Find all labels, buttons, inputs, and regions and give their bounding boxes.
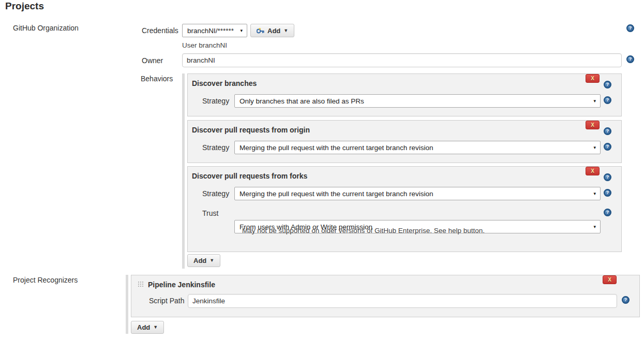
delete-recognizer-button[interactable]: X <box>603 275 617 284</box>
behaviors-repeatable-bar <box>182 73 185 269</box>
strategy-label: Strategy <box>202 189 229 198</box>
chevron-down-icon: ▾ <box>593 99 596 104</box>
credentials-select[interactable]: branchNI/****** ▾ <box>182 24 247 37</box>
behavior-block-discover-pr-forks: Discover pull requests from forks X ? St… <box>187 166 622 252</box>
strategy-help-icon[interactable]: ? <box>604 96 611 104</box>
section-label-github-organization: GitHub Organization <box>13 24 79 32</box>
behaviors-add-label: Add <box>193 257 206 264</box>
recognizer-block-pipeline-jenkinsfile: Pipeline Jenkinsfile X Script Path ? <box>131 275 640 317</box>
key-icon <box>257 28 264 34</box>
page-title: Projects <box>5 1 44 12</box>
credentials-select-value: branchNI/****** <box>187 27 234 35</box>
credentials-description: User branchNI <box>182 41 227 49</box>
chevron-down-icon: ▼ <box>209 258 214 263</box>
credentials-help-icon[interactable]: ? <box>626 24 634 32</box>
strategy-select[interactable]: Merging the pull request with the curren… <box>234 187 601 200</box>
recognizers-repeatable-bar <box>126 275 128 334</box>
drag-handle-icon[interactable] <box>138 281 144 288</box>
owner-input[interactable] <box>182 53 622 67</box>
chevron-down-icon: ▼ <box>153 325 158 330</box>
delete-behavior-button[interactable]: X <box>586 121 600 129</box>
script-path-label: Script Path <box>149 297 184 305</box>
strategy-select[interactable]: Merging the pull request with the curren… <box>234 141 601 154</box>
owner-label: Owner <box>142 56 163 65</box>
trust-note: May not be supported on older versions o… <box>242 227 485 234</box>
behaviors-label: Behaviors <box>141 75 173 83</box>
strategy-select-value: Only branches that are also filed as PRs <box>239 97 364 105</box>
behavior-help-icon[interactable]: ? <box>604 127 611 135</box>
delete-behavior-button[interactable]: X <box>586 74 600 83</box>
strategy-label: Strategy <box>202 143 229 152</box>
strategy-select-value: Merging the pull request with the curren… <box>239 190 433 198</box>
strategy-select-value: Merging the pull request with the curren… <box>239 144 433 152</box>
recognizers-add-label: Add <box>137 323 150 331</box>
chevron-down-icon: ▾ <box>240 28 243 33</box>
strategy-label: Strategy <box>202 97 229 105</box>
recognizer-block-title: Pipeline Jenkinsfile <box>148 281 215 289</box>
behavior-block-discover-pr-origin: Discover pull requests from origin X ? S… <box>187 120 622 163</box>
credentials-label: Credentials <box>142 26 178 35</box>
trust-help-icon[interactable]: ? <box>604 209 611 216</box>
chevron-down-icon: ▾ <box>593 191 596 196</box>
strategy-help-icon[interactable]: ? <box>604 143 611 151</box>
behavior-block-discover-branches: Discover branches X ? Strategy Only bran… <box>187 73 622 116</box>
delete-behavior-button[interactable]: X <box>586 167 600 175</box>
behaviors-add-button[interactable]: Add ▼ <box>187 254 220 267</box>
behavior-block-title: Discover branches <box>192 79 257 87</box>
credentials-add-label: Add <box>267 27 280 35</box>
behavior-help-icon[interactable]: ? <box>604 173 611 181</box>
section-label-project-recognizers: Project Recognizers <box>13 276 78 284</box>
script-path-help-icon[interactable]: ? <box>622 296 630 304</box>
behavior-block-title: Discover pull requests from origin <box>192 126 310 134</box>
owner-help-icon[interactable]: ? <box>626 55 634 63</box>
strategy-select[interactable]: Only branches that are also filed as PRs… <box>234 94 601 108</box>
chevron-down-icon: ▾ <box>593 145 596 150</box>
trust-label: Trust <box>202 209 218 217</box>
strategy-help-icon[interactable]: ? <box>604 189 611 197</box>
credentials-add-button[interactable]: Add ▼ <box>250 24 294 37</box>
recognizers-add-button[interactable]: Add ▼ <box>131 321 164 334</box>
behavior-help-icon[interactable]: ? <box>604 81 611 89</box>
behavior-block-title: Discover pull requests from forks <box>192 172 307 180</box>
script-path-input[interactable] <box>188 294 617 308</box>
chevron-down-icon: ▼ <box>283 28 288 33</box>
chevron-down-icon: ▾ <box>593 225 596 229</box>
